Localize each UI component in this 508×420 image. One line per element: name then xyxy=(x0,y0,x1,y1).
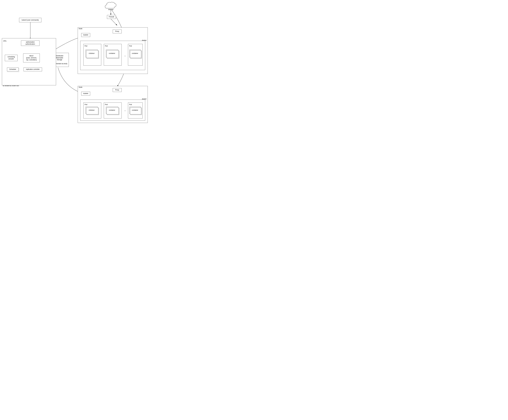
scheduler1-box: Scheduler xyxy=(7,68,18,71)
node2-proxy: Proxy xyxy=(113,88,122,92)
firewall-box: Firewall xyxy=(107,15,116,19)
diagram: Internet Firewall kubectl (user commands… xyxy=(0,0,153,126)
node2-docker-label: docker xyxy=(142,98,147,100)
apis-label: APIs xyxy=(3,40,6,42)
node1-docker-label: docker xyxy=(142,39,147,41)
internet-cloud: Internet xyxy=(105,1,117,10)
node2-pod2-container: container xyxy=(106,107,118,114)
auth-box: authorization authentication xyxy=(21,40,39,46)
scheduling-actuator-box: scheduling actuator xyxy=(5,55,18,61)
node1-label: Node xyxy=(79,28,82,30)
node1-proxy: Proxy xyxy=(113,30,122,33)
node2-pod2-label: Pod xyxy=(105,104,108,106)
node2-label: Node xyxy=(79,86,82,88)
node2-pod1-label: Pod xyxy=(85,104,87,106)
node1-kubelet: kubelet xyxy=(81,33,90,37)
node1-pod2-label: Pod xyxy=(105,45,108,47)
node1-dots: ... xyxy=(124,54,126,57)
node2-pod3-container: container xyxy=(129,107,141,114)
svg-line-3 xyxy=(111,19,117,25)
rest-box: REST (pods, services, rep. controllers) xyxy=(23,53,40,62)
node2-pod1-cadvisor: cAdvisor xyxy=(86,107,98,114)
node1-pod2-container: container xyxy=(106,50,118,57)
node1-pod3-label: Pod xyxy=(129,45,132,47)
kubectl-box: kubectl (user commands) xyxy=(19,18,41,22)
node2-kubelet: kubelet xyxy=(81,92,90,96)
node2-dots: ... xyxy=(124,109,126,112)
replication-box: replication controller xyxy=(23,68,42,71)
node1-pod1-cadvisor: cAdvisor xyxy=(86,50,98,57)
node2-pod3-label: Pod xyxy=(129,104,132,106)
node1-pod3-container: container xyxy=(129,50,141,57)
node1-pod1-label: Pod xyxy=(85,45,87,47)
